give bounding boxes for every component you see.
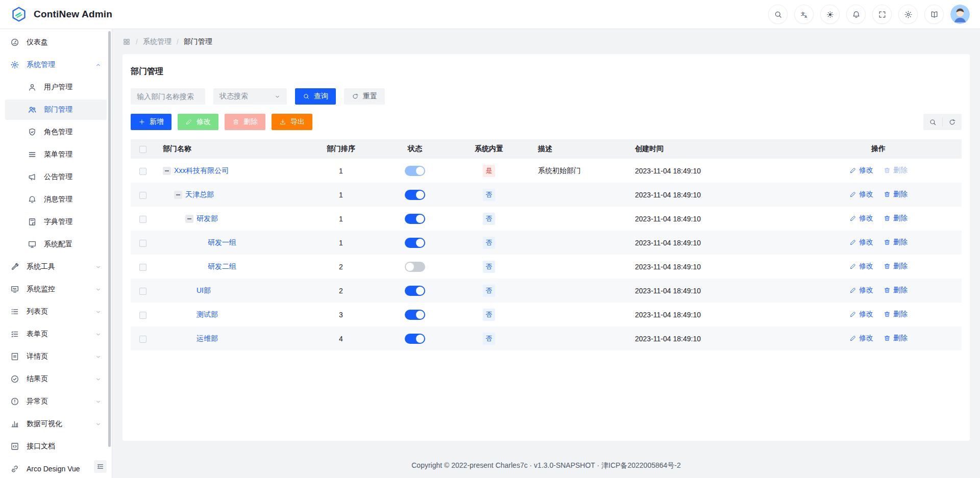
sidebar-item-user-management[interactable]: 用户管理: [5, 77, 107, 97]
row-edit-button[interactable]: 修改: [849, 238, 873, 247]
department-name-link[interactable]: Xxx科技有限公司: [174, 166, 229, 175]
header-translate-button[interactable]: 文A: [794, 5, 814, 24]
row-delete-button[interactable]: 删除: [884, 190, 908, 199]
row-delete-button[interactable]: 删除: [884, 334, 908, 343]
status-toggle[interactable]: [405, 238, 425, 248]
department-name-link[interactable]: 研发二组: [208, 262, 236, 271]
query-button[interactable]: 查询: [295, 88, 336, 105]
sidebar-item-department-management[interactable]: 部门管理: [5, 99, 107, 120]
sidebar-item-system-management[interactable]: 系统管理: [5, 55, 107, 75]
row-checkbox[interactable]: [139, 336, 146, 343]
header-notification-button[interactable]: [846, 5, 866, 24]
export-button-label: 导出: [290, 117, 305, 127]
status-toggle[interactable]: [405, 214, 425, 224]
status-toggle[interactable]: [405, 334, 425, 344]
sidebar-item-exception-page[interactable]: 异常页: [5, 391, 107, 412]
department-name-link[interactable]: 运维部: [197, 334, 218, 343]
collapse-node-icon[interactable]: [185, 215, 193, 223]
row-edit-button[interactable]: 修改: [849, 166, 873, 175]
header-theme-button[interactable]: [820, 5, 840, 24]
tree-node: 运维部: [163, 334, 292, 343]
chart-icon: [10, 419, 19, 429]
sidebar-item-list-page[interactable]: 列表页: [5, 301, 107, 322]
sidebar-item-menu-management[interactable]: 菜单管理: [5, 144, 107, 165]
row-checkbox[interactable]: [139, 216, 146, 223]
header-fullscreen-button[interactable]: [872, 5, 892, 24]
refresh-icon: [948, 118, 956, 126]
department-name-link[interactable]: 研发部: [197, 214, 218, 223]
status-select[interactable]: 状态搜索: [213, 88, 287, 105]
department-name-link[interactable]: 天津总部: [185, 190, 214, 199]
sidebar-item-api-docs[interactable]: 接口文档: [5, 436, 107, 457]
status-toggle[interactable]: [405, 286, 425, 296]
filter-row: 状态搜索 查询 重置: [131, 88, 962, 105]
sidebar-item-form-page[interactable]: 表单页: [5, 324, 107, 344]
sidebar-scrollbar[interactable]: [108, 31, 111, 447]
sidebar-item-arco-design-vue[interactable]: Arco Design Vue: [5, 459, 107, 478]
export-button[interactable]: 导出: [272, 114, 312, 130]
row-edit-button[interactable]: 修改: [849, 262, 873, 271]
department-name-search-input[interactable]: [131, 88, 205, 105]
row-delete-button[interactable]: 删除: [884, 310, 908, 319]
batch-edit-button[interactable]: 修改: [178, 114, 218, 130]
sidebar-collapse-button[interactable]: [94, 460, 107, 473]
breadcrumb-item-system[interactable]: 系统管理: [143, 37, 172, 46]
apps-grid-icon[interactable]: [122, 38, 131, 46]
collapse-node-icon[interactable]: [163, 167, 171, 175]
sidebar-item-data-visualization[interactable]: 数据可视化: [5, 414, 107, 434]
reset-button[interactable]: 重置: [344, 88, 385, 105]
department-name-link[interactable]: 研发一组: [208, 238, 236, 247]
row-checkbox[interactable]: [139, 240, 146, 247]
row-checkbox[interactable]: [139, 264, 146, 271]
department-name-link[interactable]: 测试部: [197, 310, 218, 319]
header-settings-button[interactable]: [898, 5, 918, 24]
status-toggle[interactable]: [405, 190, 425, 200]
app-logo[interactable]: ContiNew Admin: [10, 6, 112, 23]
row-checkbox[interactable]: [139, 168, 146, 175]
row-checkbox[interactable]: [139, 192, 146, 199]
tools-icon: [10, 262, 19, 271]
sidebar-item-dashboard[interactable]: 仪表盘: [5, 32, 107, 53]
header-search-button[interactable]: [768, 5, 788, 24]
row-edit-button[interactable]: 修改: [849, 214, 873, 223]
row-checkbox[interactable]: [139, 312, 146, 319]
sidebar-item-system-tools[interactable]: 系统工具: [5, 257, 107, 277]
sidebar-item-detail-page[interactable]: 详情页: [5, 346, 107, 367]
sidebar-item-system-monitor[interactable]: 系统监控: [5, 279, 107, 299]
row-edit-button[interactable]: 修改: [849, 310, 873, 319]
status-toggle[interactable]: [405, 310, 425, 320]
breadcrumb-separator: /: [177, 38, 179, 46]
builtin-badge: 否: [483, 189, 495, 201]
batch-delete-button[interactable]: 删除: [225, 114, 265, 130]
sidebar-item-result-page[interactable]: 结果页: [5, 369, 107, 389]
tree-node: 天津总部: [163, 190, 292, 199]
sidebar-item-dictionary-management[interactable]: 字典管理: [5, 212, 107, 232]
refresh-icon: [352, 93, 359, 100]
table-refresh-button[interactable]: [943, 114, 962, 130]
row-checkbox[interactable]: [139, 288, 146, 295]
user-avatar[interactable]: [950, 5, 970, 24]
chevron-down-icon: [274, 93, 281, 100]
select-all-checkbox[interactable]: [139, 146, 146, 153]
row-delete-button[interactable]: 删除: [884, 238, 908, 247]
department-name-link[interactable]: UI部: [197, 286, 211, 295]
link-icon: [10, 464, 19, 473]
chevron-down-icon: [95, 331, 102, 338]
row-delete-button[interactable]: 删除: [884, 262, 908, 271]
row-edit-button[interactable]: 修改: [849, 286, 873, 295]
sidebar-item-role-management[interactable]: 角色管理: [5, 122, 107, 142]
add-button[interactable]: 新增: [131, 114, 172, 130]
sidebar-item-message-management[interactable]: 消息管理: [5, 189, 107, 210]
header-docs-button[interactable]: [924, 5, 944, 24]
status-toggle[interactable]: [405, 262, 425, 272]
row-delete-button[interactable]: 删除: [884, 286, 908, 295]
collapse-node-icon[interactable]: [174, 191, 182, 199]
row-delete-label: 删除: [893, 334, 908, 343]
row-delete-button[interactable]: 删除: [884, 214, 908, 223]
row-edit-button[interactable]: 修改: [849, 334, 873, 343]
row-edit-button[interactable]: 修改: [849, 190, 873, 199]
tree-node: 研发二组: [163, 262, 292, 271]
sidebar-item-announcement-management[interactable]: 公告管理: [5, 167, 107, 187]
sidebar-item-system-config[interactable]: 系统配置: [5, 234, 107, 255]
table-search-button[interactable]: [923, 114, 942, 130]
